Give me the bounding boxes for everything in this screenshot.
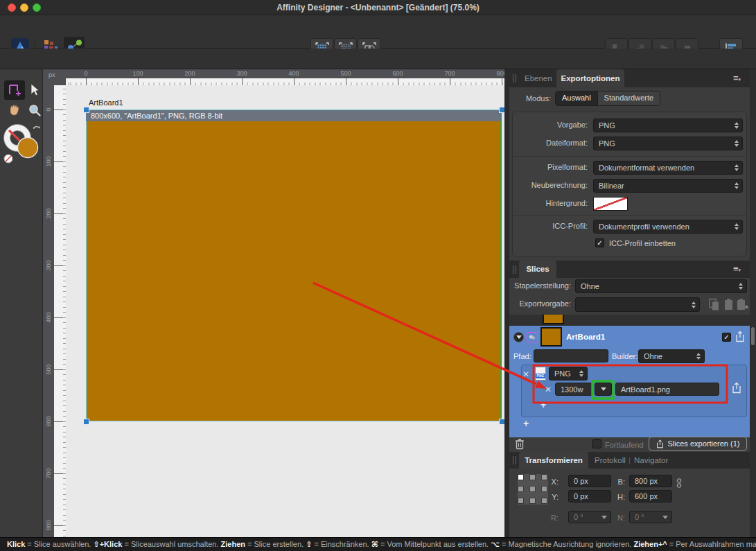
- transform-panel-tabbar: Transformieren Protokoll | Navigator: [509, 452, 750, 469]
- selection-handle-top-right[interactable]: [499, 107, 504, 113]
- height-input[interactable]: 600 px: [629, 490, 672, 502]
- selection-handle-top-left[interactable]: [83, 107, 89, 113]
- slice-thumbnail[interactable]: [540, 327, 562, 347]
- anchor-top-right[interactable]: [541, 474, 547, 480]
- ruler-label: 0: [45, 99, 52, 120]
- panel-scrollbar[interactable]: [750, 69, 756, 537]
- anchor-middle-right[interactable]: [541, 486, 547, 492]
- icc-embed-checkbox[interactable]: ✓: [595, 238, 604, 247]
- slice-share-icon[interactable]: [735, 331, 745, 345]
- tools-panel: [0, 69, 43, 537]
- ruler-label: 200: [179, 70, 200, 77]
- panel-menu-icon[interactable]: ≡▾: [733, 263, 741, 274]
- panel-menu-icon[interactable]: ≡▾: [733, 73, 741, 83]
- magnifier-icon: [28, 104, 42, 117]
- stepper-icon[interactable]: [692, 301, 696, 308]
- anchor-bottom-right[interactable]: [541, 498, 547, 504]
- dateiformat-label: Dateiformat:: [509, 139, 588, 147]
- link-dimensions-icon[interactable]: [676, 478, 682, 491]
- stepper-icon[interactable]: [739, 283, 743, 290]
- x-input[interactable]: 0 px: [568, 475, 611, 487]
- add-size-button[interactable]: +: [540, 399, 546, 410]
- slice-tool-button[interactable]: [4, 80, 25, 100]
- export-size-share-icon[interactable]: [732, 382, 741, 396]
- tab-navigator[interactable]: Navigator: [634, 456, 668, 464]
- ruler-unit-label: px: [43, 69, 66, 85]
- size-input[interactable]: 1300w: [555, 383, 593, 396]
- background-color-swatch[interactable]: [593, 197, 628, 211]
- document-canvas[interactable]: ArtBoard1 800x600, "ArtBoard1", PNG, RGB…: [66, 85, 504, 537]
- slice-list-partial-thumbnail[interactable]: [543, 315, 564, 324]
- shear-combo[interactable]: 0 °: [629, 511, 672, 523]
- anchor-top-center[interactable]: [529, 474, 536, 480]
- status-segment: = Einschränken.: [312, 540, 371, 548]
- modus-auswahl-button[interactable]: Auswahl: [556, 91, 597, 105]
- vorgabe-select[interactable]: PNG: [593, 119, 743, 132]
- tab-transformieren[interactable]: Transformieren: [519, 452, 588, 469]
- selection-handle-bottom-right[interactable]: [499, 419, 504, 425]
- add-format-button[interactable]: +: [523, 418, 529, 429]
- anchor-top-left[interactable]: [518, 474, 524, 480]
- disclosure-toggle[interactable]: [513, 332, 524, 342]
- dateiformat-select[interactable]: PNG: [593, 137, 743, 150]
- zoom-tool-button[interactable]: [26, 101, 43, 119]
- chevron-down-icon: [662, 516, 668, 519]
- ruler-label: 500: [335, 70, 356, 77]
- panel-grip[interactable]: [513, 74, 516, 82]
- stepper-icon[interactable]: [735, 140, 739, 147]
- stepper-icon[interactable]: [735, 223, 739, 230]
- delete-slice-icon[interactable]: [515, 438, 525, 453]
- remove-size-button[interactable]: ✕: [545, 385, 552, 394]
- scrollbar-thumb[interactable]: [751, 327, 755, 345]
- color-selector[interactable]: [2, 122, 42, 169]
- width-input[interactable]: 800 px: [629, 475, 672, 487]
- stepper-icon[interactable]: [735, 182, 739, 189]
- ruler-label: 100: [128, 70, 148, 77]
- tab-exportoptionen[interactable]: Exportoptionen: [556, 69, 624, 87]
- x-label: X:: [548, 478, 559, 486]
- move-tool-button[interactable]: [26, 80, 43, 100]
- paste-preset-icon[interactable]: [723, 298, 734, 314]
- neuberechnung-select[interactable]: Bilinear: [593, 179, 743, 193]
- tab-slices[interactable]: Slices: [519, 261, 556, 278]
- icc-profil-select[interactable]: Dokumentprofil verwenden: [593, 220, 743, 234]
- paste-preset-add-icon[interactable]: [736, 298, 749, 314]
- anchor-point-selector[interactable]: [518, 474, 548, 505]
- y-input[interactable]: 0 px: [568, 490, 611, 502]
- artboard[interactable]: [86, 110, 502, 421]
- tab-ebenen[interactable]: Ebenen: [525, 74, 552, 82]
- exportvorgabe-select[interactable]: [575, 297, 700, 312]
- remove-format-button[interactable]: ✕: [522, 369, 529, 379]
- modus-standardwerte-button[interactable]: Standardwerte: [597, 91, 660, 105]
- anchor-center[interactable]: [529, 486, 536, 492]
- anchor-bottom-left[interactable]: [518, 498, 524, 504]
- stepper-icon[interactable]: [735, 164, 739, 171]
- size-dropdown-button[interactable]: [595, 383, 612, 396]
- selection-handle-bottom-left[interactable]: [83, 419, 89, 425]
- tab-protokoll[interactable]: Protokoll: [595, 456, 626, 464]
- status-segment: Ziehen+^: [633, 540, 667, 548]
- export-slices-button[interactable]: Slices exportieren (1): [649, 437, 747, 451]
- fortlaufend-checkbox[interactable]: [592, 439, 601, 448]
- slices-list: ArtBoard1 ✓ Pfad: Builder: Ohne ✕ PNG PN…: [509, 315, 750, 437]
- stepper-icon[interactable]: [735, 122, 739, 129]
- copy-preset-icon[interactable]: [708, 298, 720, 314]
- context-toolbar: Slice (aus Ebene) Auf automatische Größe…: [0, 49, 756, 69]
- slice-row-artboard1[interactable]: ArtBoard1 ✓ Pfad: Builder: Ohne ✕ PNG PN…: [509, 326, 750, 437]
- pfad-input[interactable]: [534, 349, 608, 362]
- panel-grip[interactable]: [513, 456, 516, 464]
- anchor-bottom-center[interactable]: [529, 498, 536, 504]
- filename-input[interactable]: ArtBoard1.png: [615, 383, 719, 396]
- stapelerstellung-select[interactable]: Ohne: [575, 279, 747, 293]
- stepper-icon[interactable]: [579, 370, 583, 377]
- hand-tool-button[interactable]: [4, 101, 24, 119]
- builder-select[interactable]: Ohne: [638, 349, 705, 363]
- rotation-combo[interactable]: 0 °: [568, 511, 611, 523]
- stepper-icon[interactable]: [696, 353, 701, 360]
- format-select[interactable]: PNG: [549, 367, 588, 381]
- slice-export-checkbox[interactable]: ✓: [722, 333, 731, 342]
- stroke-fill-color-icon: [2, 122, 42, 166]
- panel-grip[interactable]: [513, 265, 516, 274]
- pixelformat-select[interactable]: Dokumentformat verwenden: [593, 161, 743, 175]
- anchor-middle-left[interactable]: [518, 486, 524, 492]
